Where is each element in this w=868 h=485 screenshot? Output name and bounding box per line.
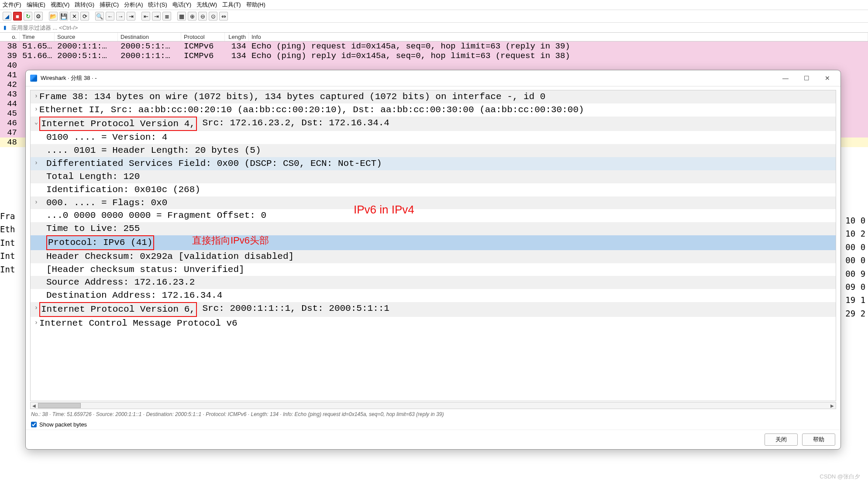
horizontal-scrollbar[interactable]: ◀ ▶ [30, 402, 836, 409]
dialog-title: Wireshark · 分组 38 · - [41, 74, 773, 82]
menu-edit[interactable]: 编辑(E) [27, 1, 45, 9]
frame-line[interactable]: Frame 38: 134 bytes on wire (1072 bits),… [39, 90, 545, 103]
ipv4-fragment-offset[interactable]: ...0 0000 0000 0000 = Fragment Offset: 0 [39, 209, 266, 222]
dialog-status-bar: No.: 38 · Time: 51.659726 · Source: 2000… [26, 409, 840, 420]
ethernet-line[interactable]: Ethernet II, Src: aa:bb:cc:00:20:10 (aa:… [39, 103, 584, 117]
prev-icon[interactable]: ← [106, 12, 114, 21]
toolbar: ◢ ■ ↻ ⚙ 📂 💾 ✕ ⟳ 🔍 ← → ⇥ ⇤ ⇥ ≣ ▦ ⊕ ⊖ ⊙ ⇔ [0, 10, 868, 23]
find-icon[interactable]: 🔍 [95, 12, 104, 21]
colorize-icon[interactable]: ▦ [177, 12, 186, 21]
col-no[interactable]: o. [0, 33, 20, 41]
stop-capture-icon[interactable]: ■ [13, 12, 22, 21]
menu-wireless[interactable]: 无线(W) [196, 1, 217, 9]
expand-icon[interactable]: › [33, 304, 39, 313]
ipv4-hlen[interactable]: .... 0101 = Header Length: 20 bytes (5) [39, 144, 261, 157]
first-icon[interactable]: ⇤ [141, 12, 150, 21]
close-window-button[interactable]: ✕ [819, 73, 836, 83]
wireshark-icon [30, 75, 37, 82]
ipv4-header-label[interactable]: Internet Protocol Version 4, [39, 117, 197, 131]
packet-row[interactable]: 3851.65…2000:1:1:…2000:5:1:…ICMPv6134Ech… [0, 41, 868, 51]
expand-icon[interactable]: › [33, 105, 39, 114]
packet-row[interactable]: 3951.66…2000:5:1:…2000:1:1:…ICMPv6134Ech… [0, 51, 868, 61]
help-button[interactable]: 帮助 [802, 433, 835, 446]
show-packet-bytes-checkbox[interactable] [31, 422, 37, 427]
col-time[interactable]: Time [20, 33, 55, 41]
scroll-left-icon[interactable]: ◀ [31, 402, 38, 409]
jump-icon[interactable]: ⇥ [127, 12, 135, 21]
col-length[interactable]: Length [225, 33, 249, 41]
close-icon[interactable]: ✕ [70, 12, 79, 21]
menu-bar: 文件(F) 编辑(E) 视图(V) 跳转(G) 捕获(C) 分析(A) 统计(S… [0, 0, 868, 10]
menu-file[interactable]: 文件(F) [3, 1, 21, 9]
dialog-titlebar[interactable]: Wireshark · 分组 38 · - — ☐ ✕ [26, 70, 840, 86]
ipv4-version[interactable]: 0100 .... = Version: 4 [39, 131, 167, 144]
zoom-out-icon[interactable]: ⊖ [198, 12, 207, 21]
col-info[interactable]: Info [249, 33, 868, 41]
ipv4-total-length[interactable]: Total Length: 120 [39, 170, 140, 183]
last-icon[interactable]: ⇥ [152, 12, 161, 21]
menu-phone[interactable]: 电话(Y) [172, 1, 191, 9]
show-packet-bytes-label: Show packet bytes [39, 421, 87, 428]
save-icon[interactable]: 💾 [59, 12, 68, 21]
zoom-in-icon[interactable]: ⊕ [188, 12, 196, 21]
detail-pane-labels: Fra Eth Int Int Int [0, 210, 25, 276]
menu-capture[interactable]: 捕获(C) [100, 1, 119, 9]
ipv4-flags[interactable]: 000. .... = Flags: 0x0 [39, 196, 167, 210]
zoom-reset-icon[interactable]: ⊙ [209, 12, 217, 21]
col-protocol[interactable]: Protocol [181, 33, 225, 41]
ipv4-protocol[interactable]: Protocol: IPv6 (41) [46, 235, 154, 250]
filter-bar: ▮ [0, 23, 868, 33]
menu-go[interactable]: 跳转(G) [75, 1, 94, 9]
collapse-icon[interactable]: ⌄ [33, 118, 39, 127]
ipv4-header-rest[interactable]: Src: 172.16.23.2, Dst: 172.16.34.4 [197, 117, 389, 130]
expand-icon[interactable]: › [33, 159, 39, 168]
maximize-button[interactable]: ☐ [798, 73, 815, 83]
icmpv6-line[interactable]: Internet Control Message Protocol v6 [39, 317, 238, 330]
packet-detail-tree[interactable]: ›Frame 38: 134 bytes on wire (1072 bits)… [30, 90, 836, 401]
menu-analyze[interactable]: 分析(A) [124, 1, 143, 9]
ipv4-src-addr[interactable]: Source Address: 172.16.23.2 [39, 276, 195, 289]
minimize-button[interactable]: — [777, 73, 794, 83]
menu-stats[interactable]: 统计(S) [148, 1, 167, 9]
col-source[interactable]: Source [55, 33, 118, 41]
packet-dialog: Wireshark · 分组 38 · - — ☐ ✕ ›Frame 38: 1… [25, 70, 841, 450]
packet-row[interactable]: 40 [0, 61, 868, 70]
ipv4-checksum-status[interactable]: [Header checksum status: Unverified] [39, 263, 245, 276]
watermark: CSDN @张白夕 [820, 473, 860, 481]
open-icon[interactable]: 📂 [49, 12, 58, 21]
resize-cols-icon[interactable]: ⇔ [219, 12, 228, 21]
expand-icon[interactable]: › [33, 92, 39, 101]
ipv6-header-rest[interactable]: Src: 2000:1:1::1, Dst: 2000:5:1::1 [197, 302, 389, 315]
ipv4-dst-addr[interactable]: Destination Address: 172.16.34.4 [39, 289, 222, 302]
reload-icon[interactable]: ⟳ [80, 12, 89, 21]
display-filter-input[interactable] [10, 23, 868, 32]
restart-capture-icon[interactable]: ↻ [24, 12, 32, 21]
menu-help[interactable]: 帮助(H) [246, 1, 265, 9]
packet-list-header: o. Time Source Destination Protocol Leng… [0, 33, 868, 41]
bookmark-icon[interactable]: ▮ [0, 23, 10, 32]
close-button[interactable]: 关闭 [765, 433, 798, 446]
options-icon[interactable]: ⚙ [34, 12, 43, 21]
start-capture-icon[interactable]: ◢ [3, 12, 11, 21]
expand-icon[interactable]: › [33, 198, 39, 207]
scroll-right-icon[interactable]: ▶ [829, 402, 836, 409]
ipv4-dsf[interactable]: Differentiated Services Field: 0x00 (DSC… [39, 157, 382, 170]
ipv4-checksum[interactable]: Header Checksum: 0x292a [validation disa… [39, 250, 294, 263]
ipv4-identification[interactable]: Identification: 0x010c (268) [39, 183, 200, 196]
ipv6-header-label[interactable]: Internet Protocol Version 6, [39, 302, 197, 317]
expand-icon[interactable]: › [33, 319, 39, 327]
menu-tools[interactable]: 工具(T) [222, 1, 241, 9]
menu-view[interactable]: 视图(V) [51, 1, 69, 9]
next-icon[interactable]: → [116, 12, 125, 21]
col-destination[interactable]: Destination [118, 33, 181, 41]
scroll-thumb[interactable] [38, 403, 81, 408]
ipv4-ttl[interactable]: Time to Live: 255 [39, 222, 140, 235]
autoscroll-icon[interactable]: ≣ [162, 12, 171, 21]
